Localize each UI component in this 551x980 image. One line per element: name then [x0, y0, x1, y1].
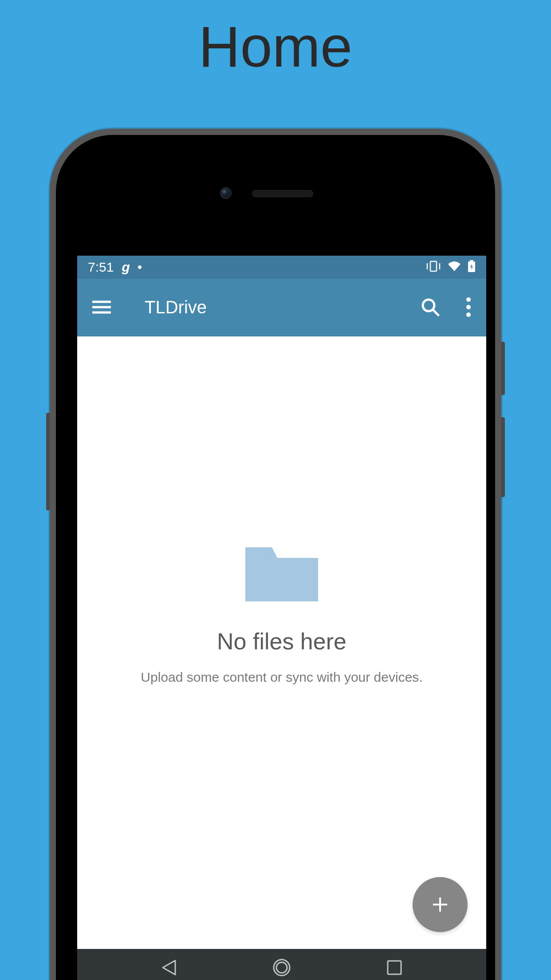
svg-rect-5: [470, 260, 473, 262]
empty-state-title: No files here: [217, 628, 346, 655]
phone-bezel: 7:51 g: [56, 135, 495, 980]
navigation-bar: [77, 949, 486, 980]
status-dot-icon: [138, 265, 142, 269]
phone-screen: 7:51 g: [77, 256, 486, 980]
empty-folder-icon: [245, 547, 318, 601]
search-icon[interactable]: [421, 297, 440, 317]
more-options-icon[interactable]: [466, 297, 471, 317]
svg-rect-15: [388, 961, 401, 974]
svg-rect-0: [430, 261, 437, 271]
nav-recent-button[interactable]: [383, 956, 405, 979]
hamburger-menu-icon[interactable]: [92, 300, 111, 314]
status-bar-right: [426, 260, 476, 274]
page-title: Home: [0, 0, 551, 80]
nav-back-button[interactable]: [158, 956, 180, 979]
status-notification-icon: g: [122, 260, 130, 275]
battery-charging-icon: [468, 260, 476, 274]
phone-camera: [220, 187, 232, 199]
phone-side-button-left: [46, 413, 50, 510]
phone-side-button-right-2: [501, 417, 505, 497]
nav-home-button[interactable]: [271, 956, 293, 979]
vibrate-icon: [426, 261, 441, 274]
wifi-icon: [447, 261, 461, 274]
add-fab-button[interactable]: [413, 877, 468, 932]
recent-square-icon: [386, 960, 402, 976]
status-time: 7:51: [88, 260, 114, 275]
home-circle-icon: [272, 958, 291, 977]
content-area: No files here Upload some content or syn…: [77, 336, 486, 949]
empty-state-subtitle: Upload some content or sync with your de…: [141, 670, 422, 685]
svg-point-14: [276, 962, 287, 973]
plus-icon: [431, 896, 449, 913]
svg-line-10: [433, 310, 438, 315]
app-title: TLDrive: [145, 297, 421, 317]
app-bar: TLDrive: [77, 279, 486, 336]
status-bar: 7:51 g: [77, 256, 486, 279]
status-bar-left: 7:51 g: [88, 260, 142, 275]
phone-frame: 7:51 g: [50, 129, 501, 980]
phone-side-button-right-1: [501, 342, 505, 395]
back-triangle-icon: [161, 959, 177, 976]
phone-speaker: [252, 190, 313, 197]
